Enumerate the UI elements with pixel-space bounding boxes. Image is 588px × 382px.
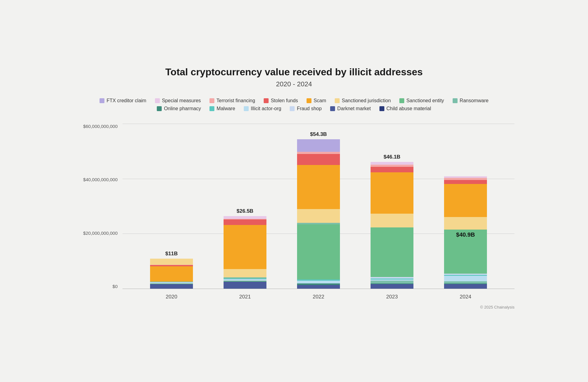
- x-label-2023: 2023: [371, 294, 413, 300]
- bar-segment-special: [371, 162, 413, 165]
- bar-2022: [297, 139, 340, 289]
- bar-group-2020: $11B: [150, 251, 193, 289]
- legend-swatch-stolen: [264, 98, 269, 103]
- bar-segment-terrorist: [371, 165, 413, 167]
- legend-label-malware: Malware: [217, 106, 235, 111]
- bar-segment-terrorist: [297, 152, 340, 154]
- bar-segment-sanctioned_e: [371, 227, 413, 277]
- bar-segment-scam: [444, 184, 487, 217]
- legend-swatch-fraud_shop: [290, 106, 295, 111]
- legend-swatch-child_abuse: [379, 106, 384, 111]
- legend-label-illicit_actor: Illicit actor-org: [251, 106, 281, 111]
- legend-label-terrorist: Terrorist financing: [217, 98, 255, 103]
- y-axis-label: $60,000,000,000: [74, 124, 123, 129]
- bar-2024: $40.9B: [444, 176, 487, 289]
- legend: FTX creditor claim Special measures Terr…: [74, 98, 514, 111]
- x-label-2021: 2021: [224, 294, 266, 300]
- bar-segment-illicit_actor: [444, 276, 487, 281]
- legend-swatch-ransomware: [453, 98, 458, 103]
- legend-label-ransomware: Ransomware: [460, 98, 488, 103]
- legend-item-sanctioned_j: Sanctioned jurisdiction: [335, 98, 391, 103]
- bar-segment-sanctioned_j: [297, 209, 340, 223]
- legend-label-child_abuse: Child abuse material: [386, 106, 431, 111]
- legend-swatch-online_pharm: [157, 106, 162, 111]
- legend-item-sanctioned_e: Sanctioned entity: [399, 98, 444, 103]
- bar-segment-stolen: [224, 219, 266, 225]
- legend-swatch-darknet: [330, 106, 335, 111]
- bar-segment-darknet: [224, 282, 266, 289]
- legend-swatch-terrorist: [209, 98, 214, 103]
- bar-segment-sanctioned_j: [150, 259, 193, 265]
- bar-segment-stolen: [297, 154, 340, 165]
- bar-segment-ransomware: [444, 281, 487, 283]
- legend-item-illicit_actor: Illicit actor-org: [244, 106, 281, 111]
- y-axis-label: $40,000,000,000: [74, 177, 123, 182]
- bar-segment-darknet: [371, 284, 413, 289]
- bar-group-2024: $40.9B: [444, 174, 487, 289]
- y-axis-label: $20,000,000,000: [74, 230, 123, 236]
- legend-label-special: Special measures: [162, 98, 201, 103]
- chart-area: $0$20,000,000,000$40,000,000,000$60,000,…: [74, 124, 514, 300]
- legend-item-ftx: FTX creditor claim: [100, 98, 146, 103]
- chart-container: Total cryptocurrency value received by i…: [55, 54, 533, 328]
- bar-2023: [371, 162, 413, 289]
- bar-total-label-2021: $26.5B: [237, 208, 254, 214]
- bar-group-2023: $46.1B: [371, 154, 413, 289]
- bar-segment-darknet: [444, 284, 487, 289]
- bar-segment-illicit_actor: [297, 281, 340, 283]
- bar-segment-scam: [224, 225, 266, 269]
- bar-total-label-2020: $11B: [165, 251, 178, 257]
- legend-label-stolen: Stolen funds: [271, 98, 298, 103]
- bar-group-2022: $54.3B: [297, 131, 340, 289]
- legend-item-child_abuse: Child abuse material: [379, 106, 431, 111]
- bar-segment-sanctioned_e: [297, 224, 340, 279]
- bar-segment-scam: [150, 266, 193, 282]
- legend-label-online_pharm: Online pharmacy: [164, 106, 201, 111]
- legend-swatch-malware: [209, 106, 214, 111]
- legend-swatch-sanctioned_j: [335, 98, 340, 103]
- legend-item-online_pharm: Online pharmacy: [157, 106, 201, 111]
- copyright: © 2025 Chainalysis: [74, 305, 514, 309]
- legend-item-special: Special measures: [155, 98, 201, 103]
- bar-segment-scam: [371, 172, 413, 214]
- legend-label-darknet: Darknet market: [337, 106, 371, 111]
- bar-segment-darknet: [150, 284, 193, 289]
- legend-item-darknet: Darknet market: [330, 106, 371, 111]
- chart-title: Total cryptocurrency value received by i…: [74, 66, 514, 78]
- legend-label-sanctioned_e: Sanctioned entity: [406, 98, 444, 103]
- bar-segment-darknet: [297, 285, 340, 289]
- legend-label-sanctioned_j: Sanctioned jurisdiction: [342, 98, 391, 103]
- bar-segment-ransomware: [371, 281, 413, 283]
- legend-item-terrorist: Terrorist financing: [209, 98, 255, 103]
- legend-swatch-special: [155, 98, 160, 103]
- y-axis-label: $0: [74, 284, 123, 289]
- bar-group-2021: $26.5B: [224, 208, 266, 289]
- bar-segment-scam: [297, 165, 340, 209]
- legend-item-stolen: Stolen funds: [264, 98, 298, 103]
- chart-body: $11B$26.5B$54.3B$46.1B$40.9B 20202021202…: [123, 124, 514, 300]
- bar-segment-special: [224, 216, 266, 219]
- bar-total-label-2022: $54.3B: [310, 131, 327, 137]
- bar-segment-ftx: [297, 139, 340, 152]
- bar-segment-stolen: [371, 167, 413, 172]
- legend-item-malware: Malware: [209, 106, 235, 111]
- legend-label-scam: Scam: [314, 98, 326, 103]
- bar-segment-sanctioned_j: [371, 214, 413, 227]
- y-axis: $0$20,000,000,000$40,000,000,000$60,000,…: [74, 124, 123, 300]
- legend-swatch-sanctioned_e: [399, 98, 404, 103]
- legend-swatch-scam: [307, 98, 311, 103]
- legend-swatch-ftx: [100, 98, 104, 103]
- legend-item-fraud_shop: Fraud shop: [290, 106, 322, 111]
- x-label-2022: 2022: [297, 294, 340, 300]
- x-label-2020: 2020: [150, 294, 193, 300]
- chart-subtitle: 2020 - 2024: [74, 80, 514, 88]
- bar-segment-sanctioned_e: [444, 230, 487, 274]
- legend-label-fraud_shop: Fraud shop: [297, 106, 322, 111]
- bar-segment-stolen: [444, 180, 487, 184]
- bar-segment-sanctioned_j: [444, 217, 487, 230]
- legend-item-scam: Scam: [307, 98, 326, 103]
- bar-2020: [150, 259, 193, 289]
- legend-label-ftx: FTX creditor claim: [107, 98, 146, 103]
- legend-swatch-illicit_actor: [244, 106, 249, 111]
- bar-segment-sanctioned_j: [224, 269, 266, 277]
